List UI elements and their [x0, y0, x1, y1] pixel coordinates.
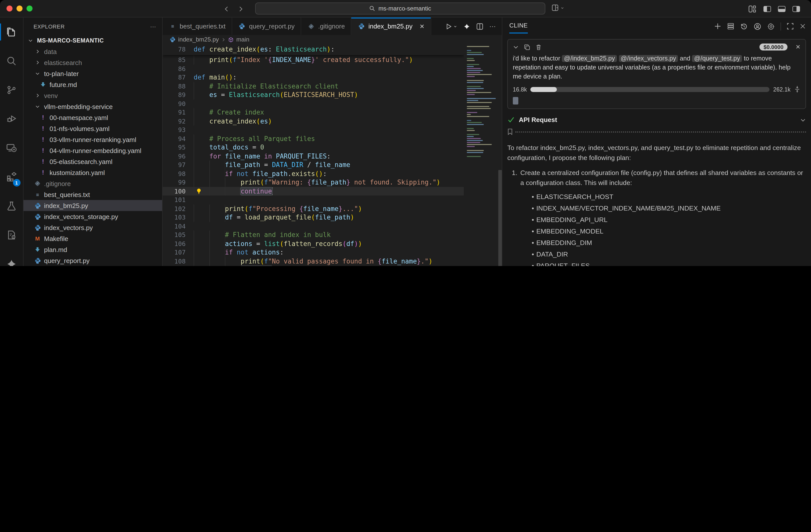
code-line-105[interactable]: 105 # Flatten and index in bulk — [163, 231, 464, 239]
customize-layout-icon[interactable] — [748, 5, 756, 12]
split-editor-icon[interactable] — [476, 23, 483, 30]
forward-button[interactable] — [237, 5, 244, 12]
expand-icon[interactable] — [786, 22, 794, 30]
code-line-89[interactable]: 89 es = Elasticsearch(ELASTICSEARCH_HOST… — [163, 91, 464, 99]
cline-tab[interactable]: CLINE — [509, 22, 528, 31]
close-window-button[interactable] — [6, 5, 13, 12]
sidebar-item-extensions[interactable]: 1 — [0, 162, 23, 191]
tree-file-Makefile[interactable]: MMakefile — [24, 233, 162, 244]
sidebar-item-run-debug[interactable] — [0, 105, 23, 134]
tree-root[interactable]: MS-MARCO-SEMANTIC — [24, 35, 162, 46]
tree-folder-elasticsearch[interactable]: elasticsearch — [24, 57, 162, 68]
code-editor[interactable]: 78def create_index(es: Elasticsearch): 8… — [163, 44, 502, 266]
tree-file-index_bm25.py[interactable]: index_bm25.py — [24, 200, 162, 211]
tree-file-future.md[interactable]: future.md — [24, 79, 162, 90]
sidebar-item-cline[interactable] — [0, 250, 23, 266]
sidebar-item-explorer[interactable] — [0, 17, 23, 47]
tree-file-plan.md[interactable]: plan.md — [24, 244, 162, 255]
tab-.gitignore[interactable]: .gitignore — [301, 17, 351, 35]
sidebar-item-testing[interactable] — [0, 191, 23, 220]
mcp-servers-icon[interactable] — [727, 22, 734, 30]
tree-folder-vllm-embedding-service[interactable]: vllm-embedding-service — [24, 101, 162, 112]
history-icon[interactable] — [740, 22, 748, 30]
code-line-104[interactable]: 104 — [163, 222, 464, 231]
code-line-101[interactable]: 101 — [163, 195, 464, 204]
code-line-96[interactable]: 96 for file_name in PARQUET_FILES: — [163, 152, 464, 160]
tree-file-query_report.py[interactable]: query_report.py — [24, 255, 162, 266]
tree-file-03-vllm-runner-reranking.yaml[interactable]: !03-vllm-runner-reranking.yaml — [24, 134, 162, 145]
code-line-93[interactable]: 93 — [163, 125, 464, 134]
breadcrumb-symbol[interactable]: main — [236, 36, 249, 43]
code-line-90[interactable]: 90 — [163, 99, 464, 108]
run-python-button[interactable] — [445, 23, 457, 30]
new-task-icon[interactable] — [714, 22, 721, 30]
code-line-95[interactable]: 95 total_docs = 0 — [163, 143, 464, 152]
minimap[interactable] — [464, 44, 498, 266]
tree-file-index_vectors_storage.py[interactable]: index_vectors_storage.py — [24, 211, 162, 222]
close-tab-icon[interactable]: ✕ — [419, 23, 425, 30]
delete-task-icon[interactable] — [535, 44, 542, 50]
code-line-94[interactable]: 94 # Process all Parquet files — [163, 134, 464, 143]
attachment-thumbnail[interactable] — [513, 97, 518, 105]
code-line-98[interactable]: 98 if not file_path.exists(): — [163, 169, 464, 178]
sidebar-item-search[interactable] — [0, 47, 23, 76]
code-line-109[interactable]: 109 continue — [163, 266, 464, 266]
file-mention-chip[interactable]: @/query_test.py — [692, 55, 742, 62]
checkpoint-marker[interactable] — [507, 128, 806, 135]
code-line-102[interactable]: 102 print(f"Processing {file_name}...") — [163, 204, 464, 213]
sidebar-item-source-control[interactable] — [0, 76, 23, 105]
sidebar-item-code-tools[interactable] — [0, 220, 23, 250]
tree-file-.gitignore[interactable]: .gitignore — [24, 178, 162, 189]
code-line-100[interactable]: 100 continue — [163, 187, 464, 195]
command-center-search[interactable]: ms-marco-semantic — [255, 2, 545, 15]
close-icon[interactable] — [799, 23, 806, 30]
code-line-85[interactable]: 85 print(f"Index '{INDEX_NAME}' created … — [163, 56, 464, 64]
tree-file-kustomization.yaml[interactable]: !kustomization.yaml — [24, 167, 162, 178]
tab-index_bm25.py[interactable]: index_bm25.py✕ — [351, 17, 431, 35]
code-line-91[interactable]: 91 # Create index — [163, 108, 464, 117]
tab-best_queries.txt[interactable]: ≡best_queries.txt — [163, 17, 232, 35]
sparkle-icon[interactable] — [463, 23, 470, 30]
back-button[interactable] — [223, 5, 230, 12]
explorer-more-actions[interactable]: ··· — [150, 23, 156, 29]
code-line-108[interactable]: 108 print(f"No valid passages found in {… — [163, 257, 464, 266]
lightbulb-icon[interactable] — [196, 188, 202, 194]
toggle-secondary-sidebar-icon[interactable] — [793, 6, 800, 12]
open-window-menu-button[interactable] — [551, 4, 564, 12]
code-line-88[interactable]: 88 # Initialize Elasticsearch client — [163, 82, 464, 91]
code-line-87[interactable]: 87def main(): — [163, 73, 464, 82]
code-line-99[interactable]: 99 print(f"Warning: {file_path} not foun… — [163, 178, 464, 187]
toggle-primary-sidebar-icon[interactable] — [764, 6, 771, 12]
code-line-86[interactable]: 86 — [163, 64, 464, 73]
toggle-panel-icon[interactable] — [778, 6, 785, 12]
copy-icon[interactable] — [524, 44, 530, 50]
account-icon[interactable] — [753, 22, 762, 30]
editor-vertical-scrollbar[interactable] — [498, 170, 502, 266]
sidebar-item-remote-explorer[interactable] — [0, 134, 23, 162]
tree-file-04-vllm-runner-embedding.yaml[interactable]: !04-vllm-runner-embedding.yaml — [24, 145, 162, 156]
tree-folder-data[interactable]: data — [24, 46, 162, 57]
sticky-scroll-line[interactable]: 78def create_index(es: Elasticsearch): — [163, 44, 464, 55]
collapse-task-icon[interactable] — [513, 44, 519, 50]
code-line-103[interactable]: 103 df = load_parquet_file(file_path) — [163, 213, 464, 222]
tree-file-index_vectors.py[interactable]: index_vectors.py — [24, 222, 162, 233]
api-request-header[interactable]: API Request — [507, 116, 806, 124]
code-line-97[interactable]: 97 file_path = DATA_DIR / file_name — [163, 160, 464, 169]
minimize-window-button[interactable] — [16, 5, 22, 12]
context-collapse-icon[interactable] — [794, 85, 800, 93]
tree-folder-venv[interactable]: venv — [24, 90, 162, 101]
gear-icon[interactable] — [767, 22, 775, 30]
tree-file-00-namespace.yaml[interactable]: !00-namespace.yaml — [24, 112, 162, 123]
tree-file-05-elasticsearch.yaml[interactable]: !05-elasticsearch.yaml — [24, 156, 162, 167]
breadcrumb-file[interactable]: index_bm25.py — [178, 36, 219, 43]
code-line-106[interactable]: 106 actions = list(flatten_records(df)) — [163, 239, 464, 248]
tree-folder-to-plan-later[interactable]: to-plan-later — [24, 68, 162, 79]
file-mention-chip[interactable]: @/index_vectors.py — [618, 55, 678, 62]
zoom-window-button[interactable] — [27, 5, 32, 12]
tree-file-01-nfs-volumes.yaml[interactable]: !01-nfs-volumes.yaml — [24, 123, 162, 134]
code-line-92[interactable]: 92 create_index(es) — [163, 117, 464, 125]
file-mention-chip[interactable]: @/index_bm25.py — [562, 55, 617, 62]
tab-query_report.py[interactable]: query_report.py — [232, 17, 301, 35]
tree-file-best_queries.txt[interactable]: ≡best_queries.txt — [24, 189, 162, 200]
close-task-icon[interactable]: ✕ — [795, 44, 800, 50]
